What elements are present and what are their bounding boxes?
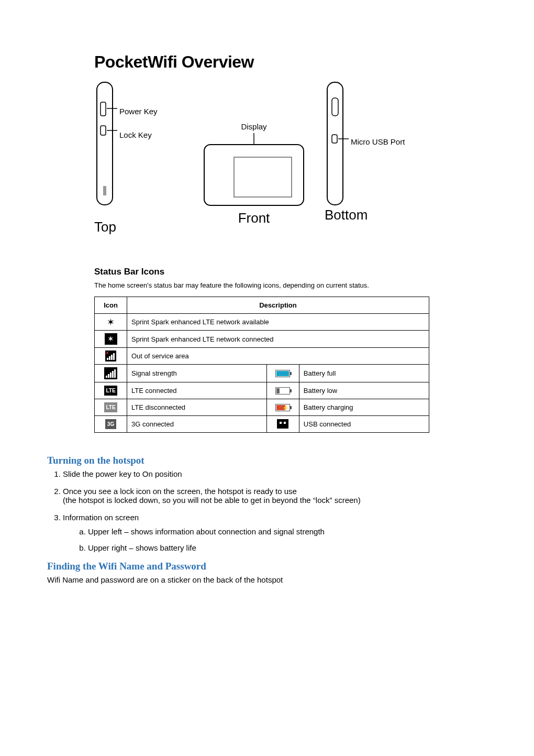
- turning-steps: Slide the power key to On position Once …: [51, 469, 487, 552]
- status-icons-table: Icon Description ✶ Sprint Spark enhanced…: [94, 297, 429, 433]
- list-item: Information on screen Upper left – shows…: [63, 513, 487, 552]
- col-icon: Icon: [95, 297, 127, 314]
- table-row: × Out of service area: [95, 348, 429, 365]
- desc-lte-disconnected: LTE disconnected: [127, 399, 267, 415]
- battery-full-icon: [275, 370, 290, 377]
- status-intro: The home screen's status bar may feature…: [94, 281, 487, 289]
- spark-connected-icon: ✶: [105, 333, 117, 345]
- desc-battery-full: Battery full: [299, 365, 429, 382]
- lock-key-label: Lock Key: [119, 130, 177, 139]
- power-key-label: Power Key: [119, 107, 177, 116]
- table-row: LTE LTE connected Battery low: [95, 382, 429, 399]
- svg-rect-10: [332, 98, 338, 116]
- desc-battery-low: Battery low: [299, 382, 429, 399]
- lte-disconnected-icon: LTE: [104, 402, 117, 412]
- desc-lte-connected: LTE connected: [127, 382, 267, 399]
- col-description: Description: [127, 297, 429, 314]
- svg-rect-8: [234, 157, 292, 197]
- desc-usb-connected: USB connected: [299, 415, 429, 432]
- svg-rect-11: [332, 135, 337, 143]
- status-bar-section: Status Bar Icons The home screen's statu…: [94, 267, 487, 433]
- micro-usb-label: Micro USB Port: [351, 137, 461, 146]
- svg-rect-7: [204, 145, 304, 205]
- table-row: ✶ Sprint Spark enhanced LTE network conn…: [95, 331, 429, 348]
- usb-connected-icon: [277, 419, 288, 429]
- finding-heading: Finding the Wifi Name and Password: [47, 561, 487, 572]
- finding-body: Wifi Name and password are on a sticker …: [47, 575, 487, 584]
- list-item: Slide the power key to On position: [63, 469, 487, 478]
- bottom-label: Bottom: [325, 207, 435, 223]
- lte-connected-icon: LTE: [104, 386, 117, 396]
- top-label: Top: [94, 219, 188, 235]
- list-item: Once you see a lock icon on the screen, …: [63, 487, 487, 505]
- display-label: Display: [194, 122, 314, 131]
- table-row: Signal strength Battery full: [95, 365, 429, 382]
- battery-low-icon: [275, 387, 290, 395]
- list-item: Upper right – shows battery life: [88, 543, 487, 552]
- list-item: Upper left – shows information about con…: [88, 527, 487, 536]
- status-heading: Status Bar Icons: [94, 267, 487, 277]
- svg-rect-5: [103, 186, 106, 195]
- svg-rect-2: [101, 126, 106, 135]
- device-diagram: Power Key Lock Key Top Display Front: [94, 81, 487, 235]
- front-label: Front: [194, 210, 314, 226]
- desc-battery-charging: Battery charging: [299, 399, 429, 415]
- desc-spark-available: Sprint Spark enhanced LTE network availa…: [127, 314, 429, 331]
- signal-strength-icon: [104, 367, 117, 379]
- svg-rect-9: [327, 82, 343, 205]
- page-title: PocketWifi Overview: [94, 52, 487, 72]
- svg-rect-1: [101, 102, 106, 116]
- desc-signal-strength: Signal strength: [127, 365, 267, 382]
- out-of-service-icon: ×: [105, 350, 116, 361]
- desc-out-of-service: Out of service area: [127, 348, 429, 365]
- battery-charging-icon: ⚡: [275, 404, 290, 411]
- spark-available-icon: ✶: [107, 317, 115, 327]
- device-front-icon: [202, 133, 306, 207]
- table-row: LTE LTE disconnected ⚡ Battery charging: [95, 399, 429, 415]
- turning-on-heading: Turning on the hotspot: [47, 455, 487, 466]
- device-top-icon: [94, 81, 178, 207]
- table-row: ✶ Sprint Spark enhanced LTE network avai…: [95, 314, 429, 331]
- 3g-connected-icon: 3G: [105, 419, 116, 429]
- desc-3g-connected: 3G connected: [127, 415, 267, 432]
- desc-spark-connected: Sprint Spark enhanced LTE network connec…: [127, 331, 429, 348]
- table-row: 3G 3G connected USB connected: [95, 415, 429, 432]
